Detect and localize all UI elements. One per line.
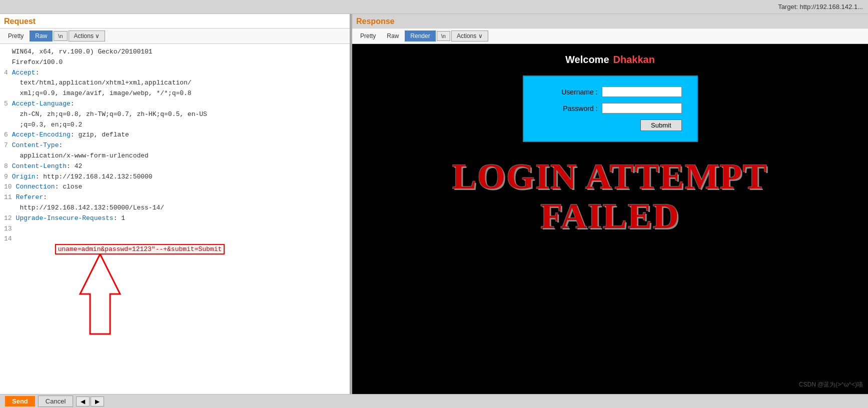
request-panel: Request Pretty Raw \n Actions ∨ WIN64, x… xyxy=(0,14,350,394)
password-row: Password : xyxy=(539,103,682,114)
code-line-7a: application/x-www-form-urlencoded xyxy=(4,151,346,162)
code-line-9: 9 Origin: http://192.168.142.132:50000 xyxy=(4,172,346,182)
nav-buttons: ◀ ▶ xyxy=(76,396,104,406)
tab-pretty-response[interactable]: Pretty xyxy=(355,31,381,41)
code-line-5a: zh-CN, zh;q=0.8, zh-TW;q=0.7, zh-HK;q=0.… xyxy=(4,110,346,120)
code-line-1: WIN64, x64, rv.100.0) Gecko/20100101 xyxy=(4,47,346,58)
login-failed-message: LOGIN ATTEMPT FAILED xyxy=(362,157,858,236)
welcome-label: Welcome xyxy=(565,54,609,66)
login-failed-line2: FAILED xyxy=(362,196,858,236)
request-title: Request xyxy=(0,14,350,28)
target-label: Target: http://192.168.142.1... xyxy=(778,3,863,10)
code-line-5b: ;q=0.3, en;q=0.2 xyxy=(4,120,346,130)
code-line-5: 5 Accept-Language: xyxy=(4,99,346,110)
tab-newline-response[interactable]: \n xyxy=(437,31,450,41)
username-label: Username : xyxy=(558,88,598,96)
password-label: Password : xyxy=(558,104,598,112)
submit-button[interactable]: Submit xyxy=(640,120,681,131)
actions-button-response[interactable]: Actions ∨ xyxy=(451,30,488,42)
bottom-left: Send Cancel ◀ ▶ xyxy=(5,396,104,407)
code-line-4b: xml;q=0.9, image/avif, image/webp, */*;q… xyxy=(4,88,346,99)
dhakkan-label: Dhakkan xyxy=(613,54,655,66)
tab-newline-request[interactable]: \n xyxy=(54,31,67,41)
actions-button-request[interactable]: Actions ∨ xyxy=(69,30,106,42)
request-toolbar: Pretty Raw \n Actions ∨ xyxy=(0,28,350,44)
code-line-8: 8 Content-Length: 42 xyxy=(4,162,346,172)
tab-raw-response[interactable]: Raw xyxy=(382,31,404,41)
tab-render-response[interactable]: Render xyxy=(405,30,435,42)
code-line-12: 12 Upgrade-Insecure-Requests: 1 xyxy=(4,214,346,224)
cancel-button[interactable]: Cancel xyxy=(38,396,73,407)
response-header: Response Pretty Raw Render \n Actions ∨ xyxy=(352,14,868,44)
username-input[interactable] xyxy=(602,86,682,97)
code-line-11: 11 Referer: xyxy=(4,192,346,203)
login-form-box: Username : Password : Submit xyxy=(523,76,698,142)
submit-row: Submit xyxy=(539,120,682,131)
bottom-bar: Send Cancel ◀ ▶ xyxy=(0,394,868,408)
payload-highlight: uname=admin&passwd=12123″--+&submit=Subm… xyxy=(55,244,225,254)
response-content: Welcome Dhakkan Username : Password : Su… xyxy=(352,44,868,394)
welcome-bar: Welcome Dhakkan xyxy=(362,54,858,66)
code-line-14: 14 uname=admin&passwd=12123″--+&submit=S… xyxy=(4,234,346,265)
code-line-4: 4 Accept: xyxy=(4,68,346,78)
code-line-11a: http://192.168.142.132:50000/Less-14/ xyxy=(4,203,346,214)
nav-back-button[interactable]: ◀ xyxy=(76,396,90,406)
tab-pretty-request[interactable]: Pretty xyxy=(3,31,29,41)
tab-raw-request[interactable]: Raw xyxy=(30,30,53,42)
code-line-2: Firefox/100.0 xyxy=(4,58,346,68)
code-line-7: 7 Content-Type: xyxy=(4,140,346,151)
username-row: Username : xyxy=(539,86,682,97)
response-toolbar: Pretty Raw Render \n Actions ∨ xyxy=(352,28,868,44)
response-title: Response xyxy=(352,14,868,28)
csdn-watermark: CSDN @蓝为(>^ω^<)喵 xyxy=(799,380,863,389)
code-line-10: 10 Connection: close xyxy=(4,182,346,192)
nav-forward-button[interactable]: ▶ xyxy=(91,396,104,406)
top-bar: Target: http://192.168.142.1... xyxy=(0,0,868,14)
main-content: Request Pretty Raw \n Actions ∨ WIN64, x… xyxy=(0,14,868,394)
password-input[interactable] xyxy=(602,103,682,114)
send-button[interactable]: Send xyxy=(5,396,35,406)
code-line-13: 13 xyxy=(4,224,346,234)
code-line-6: 6 Accept-Encoding: gzip, deflate xyxy=(4,130,346,140)
request-code-area: WIN64, x64, rv.100.0) Gecko/20100101 Fir… xyxy=(0,44,350,394)
login-failed-line1: LOGIN ATTEMPT xyxy=(362,157,858,196)
response-panel: Response Pretty Raw Render \n Actions ∨ … xyxy=(352,14,868,394)
code-line-4a: text/html,application/xhtml+xml,applicat… xyxy=(4,78,346,88)
